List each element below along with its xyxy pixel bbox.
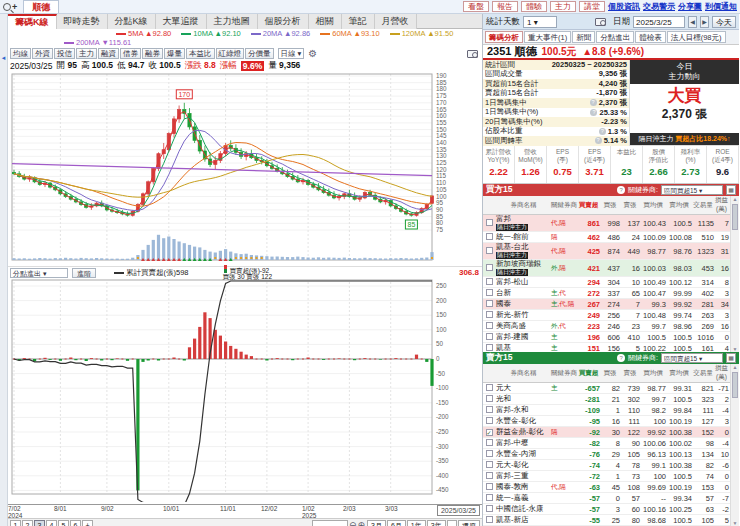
chart-toggle-融券[interactable]: 融券 [142, 48, 163, 59]
export-icon[interactable]: ▦ [726, 353, 736, 363]
row-checkbox[interactable]: ✓ [486, 429, 493, 436]
broker-row[interactable]: 富邦隔日沖主力代,隔861998137100.43100.511357 [483, 215, 731, 232]
help-icon[interactable]: ? [590, 109, 597, 116]
period-button--[interactable]: - [447, 520, 457, 526]
stock-tab[interactable]: 順德 [23, 0, 59, 13]
topbar-link[interactable]: 分享圖 [678, 1, 702, 12]
broker-row[interactable]: 富邦-永和-109111098.299.84111-4 [483, 405, 731, 416]
row-checkbox[interactable] [486, 289, 493, 296]
row-checkbox[interactable] [486, 219, 493, 226]
chart-toggle-借券[interactable]: 借券 [120, 48, 141, 59]
row-checkbox[interactable] [486, 264, 493, 271]
topbar-button[interactable]: 主力 [550, 1, 576, 12]
row-checkbox[interactable] [486, 278, 493, 285]
candlestick-chart[interactable]: 7580859095100105110115120125130135140145… [8, 72, 482, 266]
settings-gear-icon[interactable]: ⚙ [308, 48, 317, 59]
row-checkbox[interactable] [486, 439, 493, 446]
panel-tab-5[interactable]: 法人目標(98元) [667, 31, 726, 43]
row-checkbox[interactable] [486, 233, 493, 240]
broker-row[interactable]: 新加坡商瑞銀隔日沖主力外,隔42143716100.0398.0345316 [483, 260, 731, 277]
period-button-6月[interactable]: 6月 [387, 520, 406, 526]
panel-tab-4[interactable]: 體檢表 [635, 31, 666, 43]
row-checkbox[interactable] [486, 406, 493, 413]
tab-4[interactable]: 主力地圖 [207, 14, 258, 29]
tab-7[interactable]: 筆記 [342, 14, 375, 29]
topbar-button[interactable]: 體驗 [521, 1, 547, 12]
broker-row[interactable]: 國泰主,代,隔267274799.399.9228134 [483, 299, 731, 310]
zoom-out-icon[interactable]: ⊖ [349, 520, 357, 526]
panel-collapse-strip[interactable]: ◂ [0, 14, 8, 526]
help-icon[interactable]: ? [590, 99, 597, 106]
broker-row[interactable]: ✓群益金鼎-彰化隔-923012299.92100.381520 [483, 427, 731, 438]
period-select[interactable]: 日線 ▾ [278, 48, 305, 59]
topbar-button[interactable]: 講堂 [579, 1, 605, 12]
help-icon[interactable]: ? [617, 186, 625, 194]
broker-row[interactable]: 國泰-敦南代,隔-634510899.69100.191530 [483, 482, 731, 493]
row-checkbox[interactable] [486, 311, 493, 318]
topbar-button[interactable]: 看盤 [463, 1, 489, 12]
export-icon[interactable]: ▦ [726, 185, 736, 195]
next-day-button[interactable]: ▶ [700, 16, 709, 28]
broker-row[interactable]: 凱基-台北隔日沖主力代,隔42587444998.7798.76132331 [483, 243, 731, 260]
row-checkbox[interactable] [486, 417, 493, 424]
table-scrollbar[interactable]: ▲▼ [730, 196, 739, 352]
broker-row[interactable]: 永豐金-內湖-762910596.13100.1313410 [483, 449, 731, 460]
date-input[interactable]: 2025/3/25 [633, 16, 685, 28]
snapshot-icon[interactable] [595, 18, 606, 26]
panel-tab-3[interactable]: 分點進出 [596, 31, 634, 43]
zoom-in-icon[interactable]: ⊕ [357, 520, 365, 526]
chart-toggle-爆量[interactable]: 爆量 [164, 48, 185, 59]
broker-row[interactable]: 凱基-新店-55258098.68100.51055 [483, 515, 731, 526]
page-button-6[interactable]: 6 [70, 520, 81, 526]
broker-row[interactable]: 富邦-建國主196606410100.5100.510160 [483, 332, 731, 343]
screenshot-icon[interactable] [467, 50, 478, 58]
panel-tab-2[interactable]: 新聞 [572, 31, 595, 43]
row-checkbox[interactable] [486, 395, 493, 402]
period-button-3年[interactable]: 3年 [427, 520, 446, 526]
broker-row[interactable]: 富邦-中壢-82890100.06100.0298-4 [483, 438, 731, 449]
zoom-input[interactable] [312, 520, 348, 526]
row-checkbox[interactable] [486, 505, 493, 512]
page-button-2[interactable]: 2 [22, 520, 33, 526]
broker-row[interactable]: 中國信託-永康-57360100.16100.2563-2 [483, 504, 731, 515]
row-checkbox[interactable] [486, 333, 493, 340]
row-checkbox[interactable] [486, 472, 493, 479]
panel-tab-0[interactable]: 籌碼分析 [485, 31, 523, 43]
tab-0[interactable]: 籌碼K線 [8, 14, 57, 29]
broker-row[interactable]: 台新主,代27233765100.4799.994023 [483, 288, 731, 299]
tab-5[interactable]: 個股分析 [258, 14, 309, 29]
row-checkbox[interactable] [486, 322, 493, 329]
row-checkbox[interactable] [486, 494, 493, 501]
panel-tab-1[interactable]: 重大事件(1) [524, 31, 571, 43]
topbar-link[interactable]: 到價通知 [705, 1, 737, 12]
chart-toggle-投信[interactable]: 投信 [54, 48, 75, 59]
tab-1[interactable]: 即時走勢 [57, 14, 108, 29]
chart-toggle-本益比[interactable]: 本益比 [186, 48, 215, 59]
row-checkbox[interactable] [486, 344, 493, 351]
broker-row[interactable]: 光和-2812130299.7100.53232 [483, 394, 731, 405]
broker-row[interactable]: 元大主-6578273998.7799.31821-71 [483, 383, 731, 394]
row-checkbox[interactable] [486, 384, 493, 391]
row-checkbox[interactable] [486, 450, 493, 457]
broker-row[interactable]: 元大-彰化-7447899.1100.3882-6 [483, 460, 731, 471]
chart-toggle-外資[interactable]: 外資 [32, 48, 53, 59]
topbar-link[interactable]: 交易警示 [643, 1, 675, 12]
help-icon[interactable]: ? [617, 354, 625, 362]
chart-toggle-均線[interactable]: 均線 [10, 48, 31, 59]
advanced-button[interactable]: 進階 [72, 268, 96, 278]
tab-6[interactable]: 相關 [309, 14, 342, 29]
broker-row[interactable]: 凱基主1511565100.22100.51614 [483, 343, 731, 352]
stock-search-button[interactable]: + [3, 2, 17, 12]
broker-row[interactable]: 永豐金-彰化-9516111100100.191273 [483, 416, 731, 427]
row-checkbox[interactable] [486, 247, 493, 254]
tab-8[interactable]: 月營收 [375, 14, 417, 29]
broker-row[interactable]: 新光-新竹2492567100.4899.742633 [483, 310, 731, 321]
chart-toggle-主力[interactable]: 主力 [76, 48, 97, 59]
chart-toggle-融資[interactable]: 融資 [98, 48, 119, 59]
topbar-link[interactable]: 個股資訊 [608, 1, 640, 12]
broker-row[interactable]: 富邦-三重-72173100100.5740 [483, 471, 731, 482]
page-button-5[interactable]: 5 [58, 520, 69, 526]
period-button-1年[interactable]: 1年 [407, 520, 426, 526]
row-checkbox[interactable] [486, 300, 493, 307]
today-button[interactable]: 今天 [712, 16, 736, 28]
